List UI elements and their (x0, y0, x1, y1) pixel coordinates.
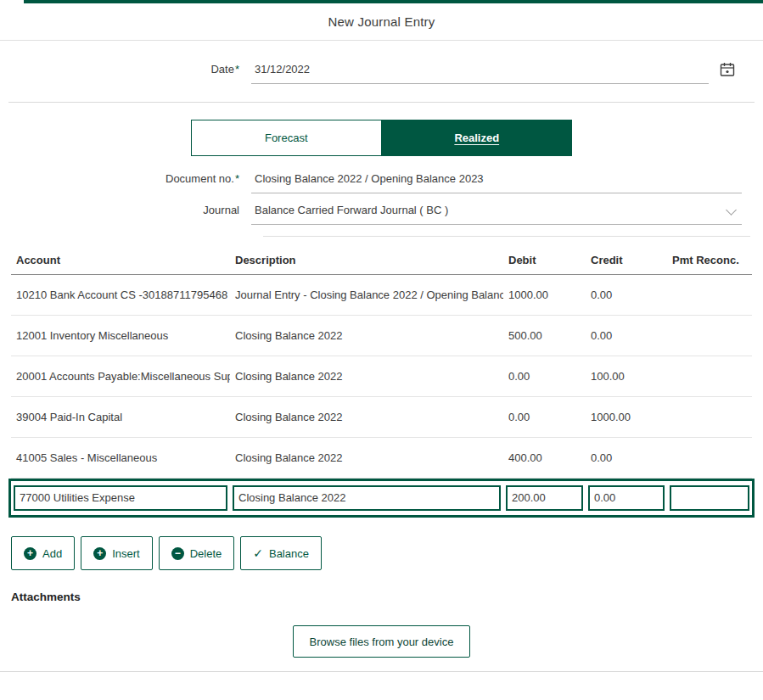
header-account: Account (11, 254, 230, 266)
journal-value: Balance Carried Forward Journal ( BC ) (255, 204, 448, 216)
document-no-label: Document no. (166, 172, 234, 185)
section-divider (8, 102, 755, 103)
delete-button[interactable]: − Delete (159, 536, 235, 570)
credit-cell: 0.00 (586, 485, 667, 511)
description-cell: Closing Balance 2022 (230, 485, 503, 511)
bottom-divider (0, 671, 763, 672)
selected-table-row[interactable]: 77000 Utilities Expense Closing Balance … (8, 479, 755, 518)
account-input[interactable]: 77000 Utilities Expense (14, 485, 227, 511)
document-no-input[interactable]: Closing Balance 2022 / Opening Balance 2… (251, 172, 742, 193)
journal-lines-table: Account Description Debit Credit Pmt Rec… (11, 254, 752, 518)
pmt-reconc-input[interactable] (670, 485, 749, 511)
account-cell: 10210 Bank Account CS -30188711795468 (11, 288, 230, 301)
journal-label: Journal (203, 204, 239, 216)
plus-circle-icon: + (24, 547, 36, 560)
description-cell: Closing Balance 2022 (230, 329, 503, 342)
insert-button[interactable]: + Insert (81, 536, 153, 570)
insert-button-label: Insert (112, 547, 140, 560)
plus-circle-icon: + (93, 547, 106, 560)
debit-cell: 400.00 (503, 451, 586, 464)
description-cell: Closing Balance 2022 (230, 451, 503, 464)
header-credit: Credit (586, 254, 667, 266)
credit-cell: 0.00 (586, 329, 667, 342)
balance-button-label: Balance (269, 547, 309, 560)
date-value: 31/12/2022 (255, 63, 310, 76)
table-row[interactable]: 41005 Sales - Miscellaneous Closing Bala… (11, 438, 752, 479)
date-required-asterisk: * (235, 63, 239, 76)
account-cell: 39004 Paid-In Capital (11, 411, 230, 423)
new-journal-entry-page: New Journal Entry Date* 31/12/2022 Fo (0, 0, 763, 672)
balance-button[interactable]: ✓ Balance (240, 536, 322, 570)
credit-cell: 100.00 (586, 370, 667, 383)
description-cell: Closing Balance 2022 (230, 411, 503, 423)
delete-button-label: Delete (190, 547, 222, 560)
browse-files-button[interactable]: Browse files from your device (293, 625, 471, 658)
entry-type-tabs: Forecast Realized (191, 120, 572, 156)
document-no-required-asterisk: * (235, 172, 239, 185)
chevron-down-icon[interactable] (726, 204, 737, 216)
date-section: Date* 31/12/2022 (0, 41, 763, 84)
date-input[interactable]: 31/12/2022 (251, 63, 709, 84)
journal-sub-divider (263, 236, 750, 237)
account-cell: 41005 Sales - Miscellaneous (11, 451, 230, 464)
description-input[interactable]: Closing Balance 2022 (233, 485, 501, 511)
credit-cell: 0.00 (586, 451, 667, 464)
add-button-label: Add (42, 547, 62, 560)
minus-circle-icon: − (171, 547, 184, 560)
add-button[interactable]: + Add (11, 536, 75, 570)
document-no-row: Document no.* Closing Balance 2022 / Ope… (0, 172, 763, 193)
document-no-value: Closing Balance 2022 / Opening Balance 2… (255, 172, 484, 185)
calendar-icon[interactable] (720, 62, 735, 77)
journal-row: Journal Balance Carried Forward Journal … (0, 204, 763, 225)
attachments-heading: Attachments (11, 591, 763, 603)
credit-cell: 1000.00 (586, 411, 667, 423)
header-debit: Debit (503, 254, 586, 266)
debit-cell: 0.00 (503, 411, 586, 423)
journal-label-cell: Journal (0, 204, 251, 225)
document-no-label-cell: Document no.* (0, 172, 251, 193)
table-header-row: Account Description Debit Credit Pmt Rec… (11, 254, 752, 275)
header-pmt-reconc: Pmt Reconc. (667, 254, 752, 266)
date-label-cell: Date* (0, 63, 251, 84)
table-row[interactable]: 20001 Accounts Payable:Miscellaneous Sup… (11, 356, 752, 397)
account-cell: 12001 Inventory Miscellaneous (11, 329, 230, 342)
table-row[interactable]: 39004 Paid-In Capital Closing Balance 20… (11, 397, 752, 438)
table-row[interactable]: 12001 Inventory Miscellaneous Closing Ba… (11, 316, 752, 356)
debit-cell: 200.00 (503, 485, 586, 511)
account-cell: 20001 Accounts Payable:Miscellaneous Sup… (11, 370, 230, 383)
account-cell: 77000 Utilities Expense (11, 485, 230, 511)
tab-forecast[interactable]: Forecast (191, 120, 382, 156)
date-calendar-cell[interactable] (720, 62, 735, 84)
header-description: Description (230, 254, 503, 266)
description-cell: Closing Balance 2022 (230, 370, 503, 383)
debit-cell: 0.00 (503, 370, 586, 383)
browse-wrap: Browse files from your device (0, 625, 763, 658)
date-label: Date (210, 63, 233, 76)
table-row[interactable]: 10210 Bank Account CS -30188711795468 Jo… (11, 275, 752, 316)
date-row: Date* 31/12/2022 (0, 62, 763, 84)
description-cell: Journal Entry - Closing Balance 2022 / O… (230, 288, 503, 301)
debit-cell: 500.00 (503, 329, 586, 342)
credit-cell: 0.00 (586, 288, 667, 301)
journal-select[interactable]: Balance Carried Forward Journal ( BC ) (251, 204, 742, 225)
page-header: New Journal Entry (0, 3, 763, 41)
pmt-reconc-cell (667, 485, 752, 511)
page-title: New Journal Entry (328, 14, 435, 29)
debit-cell: 1000.00 (503, 288, 586, 301)
check-icon: ✓ (253, 546, 263, 560)
credit-input[interactable]: 0.00 (588, 485, 665, 511)
debit-input[interactable]: 200.00 (506, 485, 583, 511)
line-actions: + Add + Insert − Delete ✓ Balance (11, 536, 763, 570)
tab-realized[interactable]: Realized (382, 120, 573, 156)
